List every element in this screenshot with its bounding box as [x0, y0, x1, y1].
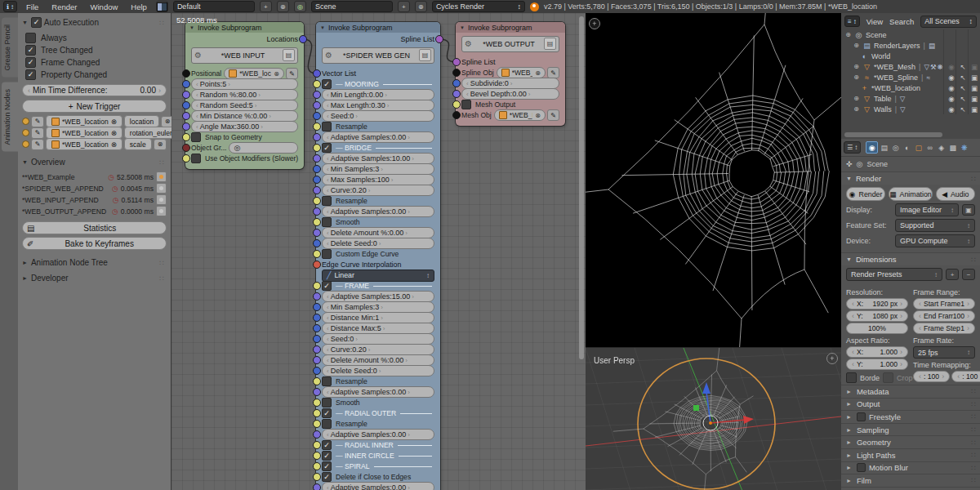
- socket-in-2-4[interactable]: [452, 90, 461, 98]
- clear-icon[interactable]: ⊗: [111, 118, 117, 126]
- checkbox[interactable]: [191, 154, 201, 163]
- developer-header[interactable]: Developer ∷: [22, 272, 167, 284]
- panel-checkbox[interactable]: [857, 412, 866, 421]
- remove-trigger-button[interactable]: ⊗: [154, 139, 167, 150]
- socket-in-1-9[interactable]: [313, 154, 321, 163]
- remap-old-field[interactable]: : 100: [913, 371, 950, 382]
- slider-field[interactable]: Delete Seed:0: [322, 365, 434, 376]
- collapse-icon[interactable]: ▼: [320, 25, 325, 30]
- socket-in-1-33[interactable]: [313, 409, 321, 417]
- collapsed-panel-film[interactable]: Film∷: [841, 474, 980, 487]
- scene-selector[interactable]: Scene: [311, 1, 393, 12]
- socket-in-1-26[interactable]: [313, 335, 321, 343]
- socket-in-1-13[interactable]: [313, 197, 321, 205]
- collapsed-panel-sampling[interactable]: Sampling∷: [841, 423, 980, 436]
- panel-grip-icon[interactable]: ∷: [971, 412, 977, 421]
- slider-field[interactable]: Seed:0: [322, 333, 434, 345]
- expand-icon[interactable]: ⊕: [853, 42, 860, 49]
- socket-in-0-5[interactable]: [182, 112, 190, 120]
- slider-field[interactable]: Points:5: [191, 78, 298, 90]
- object-field[interactable]: *WEB_location⊗: [224, 68, 284, 79]
- aspect-x-field[interactable]: X: 1.000: [846, 346, 908, 358]
- tree-changed-checkbox[interactable]: [25, 45, 36, 56]
- panel-checkbox[interactable]: [857, 463, 866, 472]
- checkbox[interactable]: [322, 408, 332, 418]
- resolution-percentage-slider[interactable]: 100%: [846, 323, 908, 334]
- clear-object-icon[interactable]: ⊗: [535, 69, 541, 77]
- socket-in-1-11[interactable]: [313, 176, 321, 184]
- menu-render[interactable]: Render: [47, 2, 81, 11]
- socket-in-0-9[interactable]: [182, 154, 190, 163]
- properties-expand-icon[interactable]: +: [826, 353, 838, 364]
- tab-render-layers[interactable]: ▤: [879, 142, 889, 153]
- socket-in-1-4[interactable]: [313, 101, 321, 109]
- panel-grip-icon[interactable]: ∷: [971, 256, 977, 264]
- collapsed-panel-output[interactable]: Output∷: [841, 398, 980, 411]
- socket-in-1-5[interactable]: [313, 112, 321, 120]
- tab-data[interactable]: ◈: [936, 142, 947, 153]
- socket-in-1-25[interactable]: [313, 324, 321, 332]
- socket-in-2-1[interactable]: [452, 58, 461, 66]
- socket-in-1-12[interactable]: [313, 186, 321, 194]
- new-subprogram-icon[interactable]: ▤: [544, 38, 556, 50]
- checkbox[interactable]: [322, 472, 332, 482]
- checkbox[interactable]: [322, 143, 332, 153]
- tree-select-radio[interactable]: [156, 206, 167, 216]
- socket-in-1-32[interactable]: [313, 399, 321, 407]
- slider-field[interactable]: Seed:0: [322, 110, 434, 122]
- node-editor[interactable]: 52.5008 ms ▼Invoke SubprogramLocations⚙*…: [172, 13, 586, 490]
- interpolation-dropdown[interactable]: ╱Linear↕: [322, 270, 434, 282]
- panel-grip-icon[interactable]: ∷: [971, 439, 977, 447]
- socket-in-1-21[interactable]: [313, 282, 321, 290]
- tab-world[interactable]: ◐: [902, 142, 912, 153]
- socket-in-1-19[interactable]: [313, 261, 321, 269]
- border-checkbox[interactable]: [846, 372, 857, 383]
- slider-field[interactable]: Delete Seed:0: [322, 238, 434, 249]
- subprogram-button[interactable]: ⚙*WEB INPUT▤: [191, 47, 298, 64]
- render-presets-dropdown[interactable]: Render Presets ↕: [846, 268, 942, 281]
- crop-checkbox[interactable]: [883, 372, 893, 383]
- new-subprogram-icon[interactable]: ▤: [419, 49, 431, 61]
- socket-in-1-38[interactable]: [313, 462, 321, 470]
- resolution-y-field[interactable]: Y: 1080 px: [846, 310, 908, 322]
- trigger-path-field[interactable]: scale: [124, 138, 152, 150]
- collapsed-panel-performance[interactable]: Performance∷: [841, 487, 980, 490]
- panel-grip-icon[interactable]: ∷: [971, 451, 977, 459]
- render-panel-header[interactable]: Render ∷: [841, 172, 980, 185]
- menu-file[interactable]: File: [22, 2, 42, 11]
- device-dropdown[interactable]: GPU Compute ↕: [895, 234, 975, 247]
- add-preset-button[interactable]: +: [946, 269, 959, 280]
- socket-out-0[interactable]: [299, 35, 307, 43]
- slider-field[interactable]: Adaptive Samples:0.00: [322, 206, 434, 217]
- socket-in-1-27[interactable]: [313, 345, 321, 354]
- checkbox[interactable]: [322, 419, 332, 429]
- node-header[interactable]: ▼Invoke Subprogram: [316, 22, 440, 33]
- slider-field[interactable]: Min Length:0.00: [322, 89, 434, 100]
- menu-search[interactable]: Search: [889, 17, 914, 26]
- socket-in-1-24[interactable]: [313, 314, 321, 322]
- node-editor-scrollbar[interactable]: [579, 16, 584, 359]
- socket-out-1[interactable]: [435, 35, 443, 43]
- trigger-path-field[interactable]: rotation_euler: [124, 127, 178, 139]
- panel-grip-icon[interactable]: ∷: [159, 19, 165, 27]
- eyedropper-icon[interactable]: ✎: [547, 67, 559, 78]
- feature-set-dropdown[interactable]: Supported ↕: [895, 219, 975, 232]
- panel-grip-icon[interactable]: ∷: [971, 464, 977, 472]
- frame-step-field[interactable]: Frame Step: 1: [913, 323, 975, 334]
- animation-button[interactable]: ▦ Animation: [889, 187, 932, 201]
- checkbox[interactable]: [322, 196, 332, 206]
- checkbox[interactable]: [322, 461, 332, 471]
- menu-help[interactable]: Help: [127, 2, 151, 11]
- node-spider-web-gen[interactable]: ▼Invoke SubprogramSpline List⚙*SPIDER WE…: [316, 22, 440, 490]
- tab-particles[interactable]: ❋: [959, 142, 969, 153]
- socket-in-1-28[interactable]: [313, 356, 321, 364]
- object-field[interactable]: *WEB_Spline⊗: [497, 67, 546, 78]
- eyedropper-icon[interactable]: ✎: [286, 68, 298, 79]
- collapsed-panel-metadata[interactable]: Metadata∷: [841, 385, 980, 398]
- slider-field[interactable]: Adaptive Samples:10.00: [322, 153, 434, 164]
- eyedropper-icon[interactable]: ✎: [31, 116, 44, 127]
- tab-constraints[interactable]: ∞: [924, 142, 935, 153]
- dimensions-panel-header[interactable]: Dimensions ∷: [841, 252, 980, 265]
- trigger-path-field[interactable]: location: [124, 115, 159, 127]
- remove-preset-button[interactable]: −: [962, 269, 975, 280]
